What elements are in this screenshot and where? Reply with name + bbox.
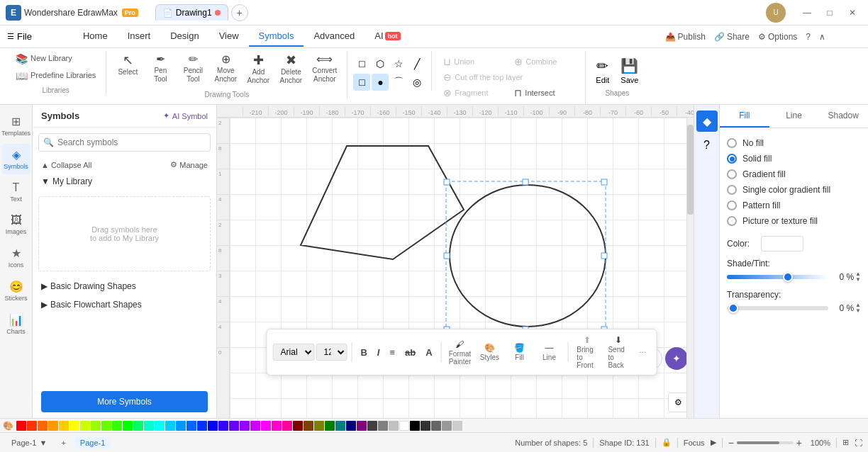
palette-color[interactable] (304, 421, 313, 431)
gradient-fill-option[interactable]: Gradient fill (727, 166, 861, 182)
palette-color[interactable] (165, 421, 175, 431)
palette-color[interactable] (314, 421, 324, 431)
palette-color[interactable] (272, 421, 282, 431)
fit-page-btn[interactable]: ⊞ (842, 438, 849, 447)
collapse-ribbon-btn[interactable]: ∧ (819, 32, 825, 42)
palette-color[interactable] (133, 421, 143, 431)
fill-btn[interactable]: 🪣 Fill (505, 340, 533, 364)
palette-color[interactable] (218, 421, 228, 431)
palette-color[interactable] (27, 421, 37, 431)
select-tool-btn[interactable]: ↖ Select (112, 51, 143, 79)
sidebar-item-stickers[interactable]: 😊 Stickers (2, 276, 30, 306)
basic-flowchart-header[interactable]: ▶ Basic Flowchart Shapes (33, 295, 216, 314)
more-options-btn[interactable]: ⋯ (635, 346, 650, 359)
save-btn[interactable]: 💾 Save (616, 55, 642, 86)
font-family-select[interactable]: Arial (273, 344, 315, 361)
palette-color[interactable] (431, 421, 441, 431)
more-symbols-btn[interactable]: More Symbols (41, 391, 208, 412)
shape-arc[interactable]: ⌒ (390, 74, 407, 91)
convert-anchor-btn[interactable]: ⟺ ConvertAnchor (308, 51, 341, 86)
palette-color[interactable] (101, 421, 111, 431)
zoom-out-btn[interactable]: − (728, 437, 734, 448)
shape-line[interactable]: ╱ (408, 55, 425, 72)
my-library-header[interactable]: ▼ My Library (33, 172, 216, 191)
shape-circle[interactable]: ● (372, 74, 389, 91)
new-tab-button[interactable]: + (231, 4, 248, 21)
publish-btn[interactable]: 📤Publish (665, 32, 706, 42)
file-menu[interactable]: ☰ File (7, 31, 32, 42)
transparency-slider[interactable] (727, 306, 828, 310)
palette-color[interactable] (16, 421, 26, 431)
bring-front-btn[interactable]: ⬆ Bring toFront (572, 332, 602, 372)
palette-color[interactable] (155, 421, 165, 431)
palette-color[interactable] (452, 421, 462, 431)
palette-color[interactable] (48, 421, 58, 431)
cut-top-btn[interactable]: ⊖ Cut off the top layer (438, 69, 579, 85)
ai-symbol-btn[interactable]: ✦ AI Symbol (163, 111, 208, 120)
sidebar-item-symbols[interactable]: ◈ Symbols (2, 144, 30, 174)
send-back-btn[interactable]: ⬇ Send toBack (603, 332, 633, 372)
union-btn[interactable]: ⊔ Union (438, 54, 508, 69)
fullscreen-btn[interactable]: ⛶ (855, 439, 862, 447)
palette-color[interactable] (389, 421, 399, 431)
intersect-btn[interactable]: ⊓ Intersect (508, 85, 579, 101)
palette-color[interactable] (123, 421, 133, 431)
styles-btn[interactable]: 🎨 Styles (475, 340, 503, 364)
palette-color[interactable] (335, 421, 345, 431)
tab-ai[interactable]: AI hot (365, 26, 410, 47)
align-btn[interactable]: ≡ (385, 344, 399, 361)
palette-color[interactable] (357, 421, 367, 431)
palette-color[interactable] (261, 421, 271, 431)
palette-color[interactable] (208, 421, 218, 431)
combine-btn[interactable]: ⊕ Combine (508, 54, 579, 69)
palette-color[interactable] (69, 421, 79, 431)
zoom-slider[interactable] (737, 441, 794, 444)
share-btn[interactable]: 🔗Share (714, 32, 750, 42)
manage-btn[interactable]: ⚙ Manage (170, 160, 208, 169)
sidebar-item-charts[interactable]: 📊 Charts (2, 309, 30, 339)
shade-thumb[interactable] (783, 272, 793, 282)
pen-tool-btn[interactable]: ✒ PenTool (145, 51, 176, 86)
basic-drawing-header[interactable]: ▶ Basic Drawing Shapes (33, 277, 216, 295)
ai-assist-button[interactable]: ✦ (665, 347, 688, 370)
palette-color[interactable] (112, 421, 122, 431)
drawing-canvas[interactable]: Arial 12 B I ≡ ab A 🖌 FormatPainter (230, 118, 694, 418)
tab-advanced[interactable]: Advanced (304, 26, 365, 47)
shape-rect[interactable]: □ (353, 55, 370, 72)
palette-color[interactable] (187, 421, 196, 431)
play-icon[interactable]: ▶ (711, 438, 716, 447)
fill-panel-btn[interactable]: ◆ (696, 111, 718, 132)
text-case-btn[interactable]: A (421, 344, 436, 361)
shape-ring[interactable]: ◎ (408, 74, 425, 91)
palette-color[interactable] (399, 421, 409, 431)
tab-symbols[interactable]: Symbols (249, 26, 304, 47)
new-library-btn[interactable]: 📚 New Library (11, 51, 77, 67)
tab-shadow[interactable]: Shadow (818, 105, 868, 128)
palette-color[interactable] (240, 421, 250, 431)
help-btn[interactable]: ? (806, 32, 811, 42)
add-page-btn[interactable]: + (61, 439, 65, 447)
palette-color[interactable] (325, 421, 335, 431)
help-panel-btn[interactable]: ? (696, 135, 718, 156)
strikethrough-btn[interactable]: ab (401, 344, 420, 361)
palette-color[interactable] (367, 421, 377, 431)
palette-color[interactable] (144, 421, 154, 431)
palette-color[interactable] (59, 421, 69, 431)
shape-star[interactable]: ☆ (390, 55, 407, 72)
close-button[interactable]: ✕ (842, 4, 862, 21)
shade-down-arrow[interactable]: ▼ (855, 277, 861, 283)
font-size-select[interactable]: 12 (316, 344, 347, 361)
scroll-thumb-v[interactable] (687, 125, 694, 215)
predefine-libraries-btn[interactable]: 📖 Predefine Libraries (11, 68, 100, 84)
palette-color[interactable] (410, 421, 420, 431)
shape-rect2[interactable]: □ (353, 74, 370, 91)
palette-color[interactable] (250, 421, 260, 431)
transparency-thumb[interactable] (728, 303, 738, 313)
sidebar-item-icons[interactable]: ★ Icons (2, 242, 30, 273)
italic-btn[interactable]: I (373, 344, 384, 361)
tab-fill[interactable]: Fill (720, 105, 769, 128)
edit-btn[interactable]: ✏ Edit (591, 55, 613, 86)
add-anchor-btn[interactable]: ✚ AddAnchor (243, 51, 274, 88)
sidebar-item-text[interactable]: T Text (2, 177, 30, 207)
shape-hex[interactable]: ⬡ (372, 55, 389, 72)
